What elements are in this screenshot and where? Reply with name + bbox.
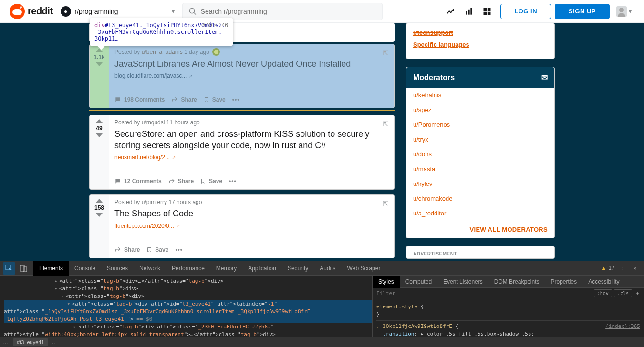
- post-meta: Posted by u/mqudsi 11 hours ago: [114, 119, 388, 126]
- post-card[interactable]: 1.1k Posted by u/ben_a_adams 1 day ago J…: [89, 44, 395, 108]
- devtools-tab[interactable]: Security: [282, 261, 314, 262]
- comments-button[interactable]: 12 Comments: [114, 178, 162, 184]
- post-score: 49: [96, 125, 102, 132]
- external-link-icon: ↗: [188, 73, 192, 79]
- search-bar[interactable]: [182, 3, 383, 20]
- brand-text: reddit: [28, 6, 53, 17]
- devtools-tab[interactable]: Network: [134, 261, 166, 262]
- more-actions-button[interactable]: •••: [175, 246, 183, 253]
- post-title[interactable]: SecureStore: an open and cross-platform …: [114, 129, 388, 151]
- save-button[interactable]: Save: [146, 246, 168, 253]
- login-button[interactable]: LOG IN: [500, 4, 551, 19]
- trending-icon[interactable]: [446, 7, 456, 16]
- post-score: 158: [94, 204, 104, 211]
- moderator-link[interactable]: u/dons: [406, 147, 554, 162]
- post-title[interactable]: The Shapes of Code: [114, 208, 388, 219]
- post-action-bar: 12 Comments Share Save •••: [114, 176, 388, 187]
- moderators-header: Moderators ✉: [406, 67, 554, 88]
- post-card[interactable]: 49 Posted by u/mqudsi 11 hours ago Secur…: [89, 115, 395, 190]
- open-external-icon[interactable]: ⇱: [383, 120, 388, 128]
- share-button[interactable]: Share: [114, 246, 140, 253]
- more-actions-button[interactable]: •••: [229, 178, 237, 184]
- brand-logo[interactable]: reddit: [10, 4, 53, 19]
- moderator-link[interactable]: u/chromakode: [406, 191, 554, 206]
- downvote-icon[interactable]: [96, 62, 103, 66]
- share-button[interactable]: Share: [171, 96, 197, 103]
- popular-icon[interactable]: [464, 7, 474, 16]
- advertisement-widget: ADVERTISEMENT: [406, 246, 555, 259]
- open-external-icon[interactable]: ⇱: [383, 200, 388, 207]
- devtools-tab[interactable]: Memory: [210, 261, 242, 262]
- highlight-divider: [89, 110, 395, 111]
- subreddit-selector[interactable]: ● r/programming ▾: [57, 4, 178, 19]
- devtools-tab[interactable]: Sources: [101, 261, 134, 262]
- devtools-tab[interactable]: Application: [242, 261, 282, 262]
- related-link[interactable]: r/techsupport: [413, 29, 548, 36]
- devtools-tab[interactable]: Elements: [33, 261, 69, 262]
- post-author-link[interactable]: u/mqudsi: [142, 119, 165, 126]
- downvote-icon[interactable]: [96, 213, 103, 217]
- signup-button[interactable]: SIGN UP: [555, 4, 610, 19]
- post-card[interactable]: 158 Posted by u/pimterry 17 hours ago Th…: [89, 194, 395, 258]
- user-menu[interactable]: ▾: [613, 6, 634, 17]
- search-input[interactable]: [201, 8, 376, 15]
- ad-label: ADVERTISEMENT: [406, 246, 554, 258]
- moderator-link[interactable]: u/Poromenos: [406, 117, 554, 132]
- post-source-link[interactable]: blog.cloudflare.com/javasc... ↗: [114, 72, 192, 79]
- moderator-link[interactable]: u/a_redditor: [406, 206, 554, 221]
- save-button[interactable]: Save: [200, 178, 222, 184]
- devtools-tab[interactable]: Performance: [166, 261, 210, 262]
- related-widget: r/techsupportSpecific languages: [406, 23, 555, 59]
- page-content: 1.1k Posted by u/ben_a_adams 1 day ago J…: [0, 23, 644, 261]
- comments-button[interactable]: 198 Comments: [114, 96, 165, 103]
- post-source-link[interactable]: neosmart.net/blog/2... ↗: [114, 154, 176, 161]
- sidebar: r/techsupportSpecific languages Moderato…: [406, 23, 555, 261]
- user-silhouette-icon: [616, 6, 627, 17]
- moderator-link[interactable]: u/ketralnis: [406, 88, 554, 102]
- vote-column: 49: [90, 115, 109, 189]
- devtools-tab[interactable]: Audits: [314, 261, 341, 262]
- svg-rect-2: [466, 11, 467, 15]
- svg-point-0: [189, 8, 195, 13]
- devtools-tab[interactable]: Web Scraper: [342, 261, 386, 262]
- post-author-link[interactable]: u/pimterry: [142, 199, 167, 205]
- more-actions-button[interactable]: •••: [232, 96, 240, 103]
- moderators-widget: Moderators ✉ u/ketralnisu/spezu/Poromeno…: [406, 67, 555, 238]
- post-action-bar: Share Save •••: [114, 245, 388, 256]
- post-title[interactable]: JavaScript Libraries Are Almost Never Up…: [114, 59, 388, 70]
- view-all-mods-link[interactable]: VIEW ALL MODERATORS: [470, 226, 548, 233]
- post-source-link[interactable]: fluentcpp.com/2020/0... ↗: [114, 223, 180, 229]
- downvote-icon[interactable]: [96, 133, 103, 137]
- svg-line-1: [194, 12, 196, 15]
- message-mods-icon[interactable]: ✉: [541, 73, 548, 82]
- reddit-snoo-icon: [10, 4, 25, 19]
- upvote-icon[interactable]: [96, 119, 103, 123]
- open-external-icon[interactable]: ⇱: [383, 49, 388, 57]
- devtools-tab[interactable]: Console: [69, 261, 101, 262]
- upvote-icon[interactable]: [96, 199, 103, 203]
- save-button[interactable]: Save: [204, 96, 226, 103]
- subreddit-name: r/programming: [75, 8, 168, 15]
- svg-rect-5: [484, 8, 487, 11]
- post-meta: Posted by u/pimterry 17 hours ago: [114, 199, 388, 205]
- moderator-link[interactable]: u/tryx: [406, 132, 554, 147]
- header-quicklinks: [441, 7, 497, 16]
- vote-column: 1.1k: [90, 44, 109, 108]
- related-link[interactable]: Specific languages: [413, 41, 548, 48]
- post-action-bar: 198 Comments Share Save •••: [114, 94, 388, 106]
- post-meta: Posted by u/ben_a_adams 1 day ago: [114, 48, 388, 56]
- svg-rect-3: [468, 9, 470, 14]
- tooltip-dimensions: 640 × 146: [202, 22, 228, 29]
- svg-rect-8: [488, 11, 491, 15]
- post-score: 1.1k: [93, 54, 104, 61]
- share-button[interactable]: Share: [168, 178, 194, 184]
- moderator-link[interactable]: u/masta: [406, 162, 554, 176]
- devtools-element-tooltip: div#t3_euye41._1oQyIsiPHYt6nx7VOmd1sz._3…: [90, 18, 233, 46]
- all-icon[interactable]: [482, 7, 492, 16]
- post-author-link[interactable]: u/ben_a_adams: [142, 49, 183, 55]
- external-link-icon: ↗: [176, 223, 180, 228]
- moderator-link[interactable]: u/kylev: [406, 176, 554, 191]
- moderator-link[interactable]: u/spez: [406, 102, 554, 117]
- svg-rect-4: [471, 8, 472, 14]
- award-icon[interactable]: [212, 48, 220, 56]
